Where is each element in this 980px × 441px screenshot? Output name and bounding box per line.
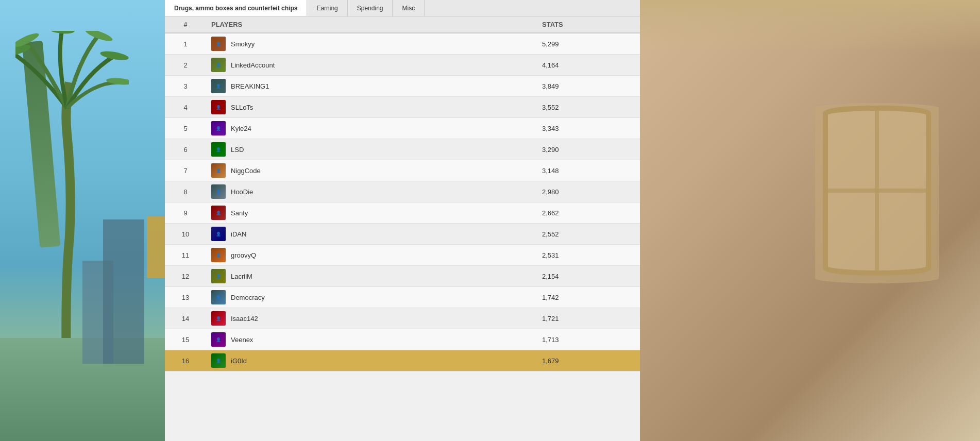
player-avatar: 👤 — [211, 121, 226, 135]
table-row[interactable]: 11 👤 groovyQ 2,531 — [165, 245, 640, 266]
player-name: iG0Id — [231, 357, 247, 365]
row-player: 👤 LinkedAccount — [206, 55, 537, 75]
tab-earning[interactable]: Earning — [307, 0, 347, 16]
row-rank: 16 — [165, 357, 206, 365]
svg-point-3 — [84, 31, 113, 43]
row-stats: 2,980 — [537, 188, 640, 196]
row-player: 👤 iG0Id — [206, 350, 537, 371]
table-row[interactable]: 3 👤 BREAKING1 3,849 — [165, 76, 640, 97]
row-player: 👤 Veenex — [206, 329, 537, 350]
table-row[interactable]: 16 👤 iG0Id 1,679 — [165, 350, 640, 371]
table-row[interactable]: 12 👤 LacriiM 2,154 — [165, 266, 640, 287]
row-stats: 3,849 — [537, 82, 640, 90]
tab-misc[interactable]: Misc — [393, 0, 425, 16]
row-stats: 1,679 — [537, 357, 640, 365]
row-rank: 4 — [165, 104, 206, 111]
tab-bar: Drugs, ammo boxes and counterfeit chips … — [165, 0, 640, 16]
background-left — [0, 0, 165, 441]
player-name: HooDie — [231, 188, 253, 196]
tab-spending[interactable]: Spending — [348, 0, 393, 16]
table-row[interactable]: 10 👤 iDAN 2,552 — [165, 224, 640, 245]
player-avatar: 👤 — [211, 332, 226, 347]
row-stats: 3,148 — [537, 167, 640, 175]
row-rank: 10 — [165, 230, 206, 238]
row-rank: 2 — [165, 61, 206, 69]
page-wrapper: Drugs, ammo boxes and counterfeit chips … — [0, 0, 980, 441]
row-player: 👤 iDAN — [206, 224, 537, 244]
player-name: groovyQ — [231, 251, 256, 259]
row-stats: 2,531 — [537, 251, 640, 259]
player-avatar: 👤 — [211, 142, 226, 157]
col-player-header: PLAYERS — [206, 21, 537, 28]
player-name: Veenex — [231, 336, 253, 344]
player-avatar: 👤 — [211, 79, 226, 93]
col-num-header: # — [165, 21, 206, 28]
row-player: 👤 LacriiM — [206, 266, 537, 286]
player-avatar: 👤 — [211, 311, 226, 326]
table-row[interactable]: 8 👤 HooDie 2,980 — [165, 181, 640, 202]
table-header: # PLAYERS STATS — [165, 16, 640, 33]
row-player: 👤 Kyle24 — [206, 118, 537, 139]
player-avatar: 👤 — [211, 353, 226, 368]
row-stats: 3,290 — [537, 146, 640, 154]
content-area: Drugs, ammo boxes and counterfeit chips … — [165, 0, 640, 441]
row-rank: 15 — [165, 336, 206, 344]
table-row[interactable]: 5 👤 Kyle24 3,343 — [165, 118, 640, 139]
player-avatar: 👤 — [211, 100, 226, 114]
row-rank: 14 — [165, 315, 206, 323]
table-row[interactable]: 2 👤 LinkedAccount 4,164 — [165, 55, 640, 76]
row-stats: 3,552 — [537, 104, 640, 111]
player-name: Isaac142 — [231, 315, 258, 323]
row-rank: 1 — [165, 40, 206, 48]
player-avatar: 👤 — [211, 37, 226, 51]
row-rank: 9 — [165, 209, 206, 217]
player-avatar: 👤 — [211, 163, 226, 178]
row-rank: 5 — [165, 125, 206, 132]
row-stats: 2,154 — [537, 273, 640, 280]
player-name: LacriiM — [231, 273, 252, 280]
player-name: LSD — [231, 146, 244, 154]
player-name: NiggCode — [231, 167, 261, 175]
table-row[interactable]: 14 👤 Isaac142 1,721 — [165, 308, 640, 329]
svg-point-4 — [99, 49, 129, 62]
row-player: 👤 Smokyy — [206, 33, 537, 54]
table-row[interactable]: 9 👤 Santy 2,662 — [165, 202, 640, 224]
row-stats: 2,552 — [537, 230, 640, 238]
table-row[interactable]: 15 👤 Veenex 1,713 — [165, 329, 640, 350]
table-body: 1 👤 Smokyy 5,299 2 👤 LinkedAccount 4,164… — [165, 33, 640, 371]
player-name: Santy — [231, 209, 248, 217]
row-rank: 13 — [165, 294, 206, 301]
row-rank: 11 — [165, 251, 206, 259]
player-name: Smokyy — [231, 40, 255, 48]
row-stats: 5,299 — [537, 40, 640, 48]
table-row[interactable]: 7 👤 NiggCode 3,148 — [165, 160, 640, 181]
player-name: Democracy — [231, 294, 265, 301]
background-right — [640, 0, 980, 441]
row-player: 👤 BREAKING1 — [206, 76, 537, 96]
row-rank: 12 — [165, 273, 206, 280]
row-rank: 6 — [165, 146, 206, 154]
player-avatar: 👤 — [211, 227, 226, 241]
row-stats: 1,713 — [537, 336, 640, 344]
row-stats: 4,164 — [537, 61, 640, 69]
row-stats: 1,721 — [537, 315, 640, 323]
tab-drugs[interactable]: Drugs, ammo boxes and counterfeit chips — [165, 0, 307, 16]
player-avatar: 👤 — [211, 290, 226, 304]
row-rank: 7 — [165, 167, 206, 175]
player-name: LinkedAccount — [231, 61, 275, 69]
row-stats: 2,662 — [537, 209, 640, 217]
player-name: Kyle24 — [231, 125, 251, 132]
row-player: 👤 Isaac142 — [206, 308, 537, 329]
row-player: 👤 SLLoTs — [206, 97, 537, 117]
row-rank: 8 — [165, 188, 206, 196]
player-avatar: 👤 — [211, 58, 226, 72]
row-player: 👤 NiggCode — [206, 160, 537, 181]
table-row[interactable]: 1 👤 Smokyy 5,299 — [165, 33, 640, 55]
row-player: 👤 LSD — [206, 139, 537, 160]
player-avatar: 👤 — [211, 269, 226, 283]
table-row[interactable]: 13 👤 Democracy 1,742 — [165, 287, 640, 308]
table-row[interactable]: 4 👤 SLLoTs 3,552 — [165, 97, 640, 118]
row-rank: 3 — [165, 82, 206, 90]
table-row[interactable]: 6 👤 LSD 3,290 — [165, 139, 640, 160]
row-player: 👤 Democracy — [206, 287, 537, 308]
